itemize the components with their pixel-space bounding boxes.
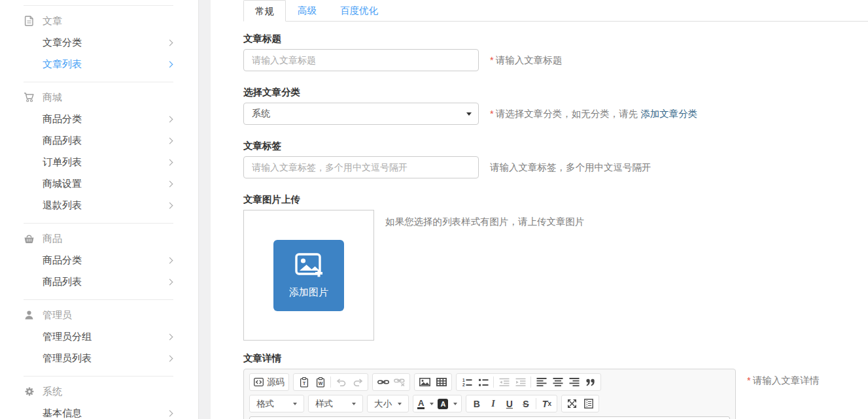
required-asterisk: * [747,375,751,386]
sidebar-group-label: 系统 [43,386,62,398]
align-right-button[interactable] [566,375,582,390]
sidebar-item-admin-list[interactable]: 管理员列表 [24,348,173,369]
insert-image-button[interactable] [417,375,433,390]
sidebar-item-refund-list[interactable]: 退款列表 [24,195,173,216]
editor-toolbar-row-2: 格式 样式 [249,395,730,412]
add-image-button[interactable]: 添加图片 [273,240,344,311]
chevron-right-icon [167,411,173,417]
main-content: 常规 高级 百度优化 文章标题 *请输入文章标题 选择文章分类 [211,0,868,419]
tab-baidu-seo[interactable]: 百度优化 [328,0,390,21]
dropdown-caret-icon [430,403,434,405]
dropdown-caret-icon [398,403,402,405]
article-category-hint: *请选择文章分类，如无分类，请先 添加文章分类 [490,108,697,120]
paste-as-text-button[interactable]: T [296,375,312,390]
add-category-link[interactable]: 添加文章分类 [640,109,697,119]
tab-bar: 常规 高级 百度优化 [243,0,868,22]
dropdown-caret-icon [453,403,457,405]
insert-table-button[interactable] [433,375,449,390]
bold-button[interactable]: B [468,396,485,411]
dropdown-caret-icon [352,403,356,405]
sidebar-item-basic-info[interactable]: 基本信息 [24,403,173,419]
sidebar-item-admin-group[interactable]: 管理员分组 [24,326,173,348]
sidebar-section-product: 商品 商品分类 商品列表 [24,223,173,299]
sidebar-item-order-list[interactable]: 订单列表 [24,152,173,173]
article-form: 文章标题 *请输入文章标题 选择文章分类 系统 *请选择 [211,22,868,419]
undo-button[interactable] [333,375,349,390]
editor-content-area[interactable] [249,416,730,419]
article-image-hint: 如果您选择的列表样式有图片，请上传文章图片 [385,216,585,228]
article-title-input[interactable] [243,49,479,71]
chevron-right-icon [167,258,173,264]
sidebar-group-label: 文章 [43,15,62,27]
tab-advanced[interactable]: 高级 [286,0,328,21]
sidebar-group-system[interactable]: 系统 [24,383,173,400]
background-color-button[interactable]: A [436,396,459,411]
underline-button[interactable]: U [501,396,517,411]
sidebar-group-admin[interactable]: 管理员 [24,307,173,324]
chevron-right-icon [167,356,173,362]
article-tags-hint: 请输入文章标签，多个用中文逗号隔开 [490,161,651,174]
sidebar-item-goods-category[interactable]: 商品分类 [24,109,173,130]
user-icon [24,310,35,321]
article-category-select[interactable]: 系统 [243,103,479,125]
sidebar-item-product-category[interactable]: 商品分类 [24,250,173,271]
sidebar-group-label: 商城 [43,92,62,104]
font-size-dropdown[interactable]: 大小 [370,396,406,411]
unlink-button[interactable] [391,375,408,390]
decrease-indent-button[interactable] [496,375,512,390]
source-code-button[interactable]: 源码 [252,375,286,390]
selected-category-value: 系统 [252,108,270,120]
sidebar-item-article-list[interactable]: 文章列表 [24,54,173,75]
add-image-button-label: 添加图片 [289,286,328,299]
align-center-button[interactable] [549,375,566,390]
paste-from-word-button[interactable]: W [312,375,328,390]
article-title-label: 文章标题 [243,33,868,45]
sidebar-item-product-list[interactable]: 商品列表 [24,271,173,293]
remove-format-button[interactable]: Tx [538,396,555,411]
chevron-right-icon [167,40,173,46]
sidebar-item-mall-settings[interactable]: 商城设置 [24,173,173,195]
sidebar-section-article: 文章 文章分类 文章列表 [24,5,173,82]
editor-toolbar-row-1: 源码 T W [249,373,730,391]
maximize-button[interactable] [564,396,580,411]
add-image-icon [294,252,324,282]
document-icon [24,16,35,27]
styles-dropdown[interactable]: 样式 [311,396,360,411]
svg-text:2: 2 [462,382,465,387]
chevron-right-icon [167,138,173,144]
text-color-button[interactable]: A [415,396,436,411]
strikethrough-button[interactable]: S [517,396,534,411]
sidebar-group-label: 商品 [43,233,62,245]
sidebar-item-article-category[interactable]: 文章分类 [24,32,173,54]
select-caret-icon [466,112,472,116]
sidebar-group-article[interactable]: 文章 [24,12,173,29]
italic-button[interactable]: I [485,396,501,411]
field-article-category: 选择文章分类 系统 *请选择文章分类，如无分类，请先 添加文章分类 [243,86,868,125]
format-dropdown[interactable]: 格式 [252,396,302,411]
show-blocks-button[interactable] [580,396,597,411]
link-button[interactable] [375,375,391,390]
sidebar-group-product[interactable]: 商品 [24,230,173,247]
blockquote-button[interactable] [582,375,599,390]
bulleted-list-button[interactable] [475,375,491,390]
field-article-content: 文章详情 源码 [243,352,868,419]
field-article-title: 文章标题 *请输入文章标题 [243,33,868,71]
basket-icon [24,233,35,244]
ordered-list-button[interactable]: 12 [459,375,475,390]
align-left-button[interactable] [533,375,549,390]
field-article-tags: 文章标签 请输入文章标签，多个用中文逗号隔开 [243,140,868,178]
sidebar-group-mall[interactable]: 商城 [24,89,173,106]
redo-button[interactable] [349,375,366,390]
article-content-label: 文章详情 [243,352,868,365]
sidebar-item-goods-list[interactable]: 商品列表 [24,130,173,152]
increase-indent-button[interactable] [512,375,529,390]
text-color-icon: A [417,399,425,409]
article-tags-label: 文章标签 [243,140,868,152]
sidebar-section-mall: 商城 商品分类 商品列表 订单列表 商城设置 [24,82,173,223]
chevron-right-icon [167,181,173,188]
article-tags-input[interactable] [243,156,479,178]
rich-text-editor: 源码 T W [243,369,736,419]
admin-page: 文章 文章分类 文章列表 商城 [0,0,868,419]
chevron-right-icon [167,116,173,123]
tab-general[interactable]: 常规 [243,0,286,22]
